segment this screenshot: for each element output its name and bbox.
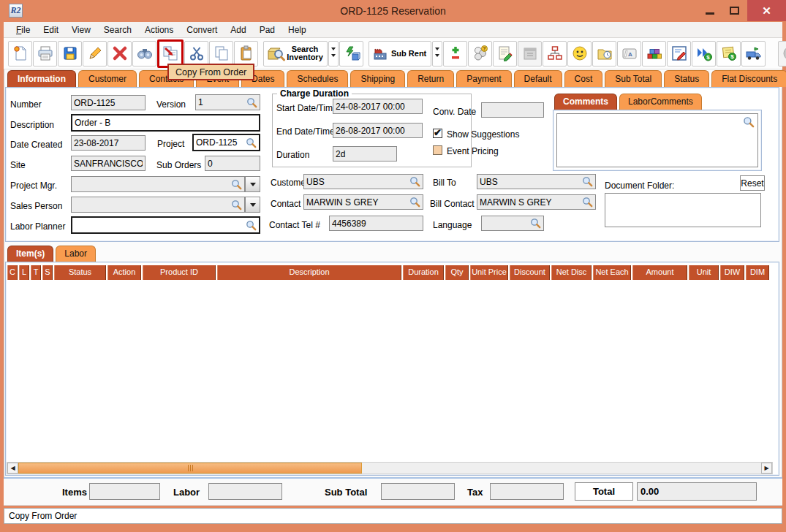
items-table-body[interactable] bbox=[7, 281, 772, 461]
bill-contact-field[interactable]: MARWIN S GREY bbox=[477, 194, 596, 210]
col-t[interactable]: T bbox=[31, 265, 41, 280]
cut-button[interactable] bbox=[184, 41, 208, 66]
title-bar[interactable]: R2 ORD-1125 Reservation ✕ bbox=[0, 0, 786, 22]
col-diw[interactable]: DIW bbox=[720, 265, 744, 280]
tab-cost[interactable]: Cost bbox=[564, 70, 603, 87]
col-qty[interactable]: Qty bbox=[445, 265, 469, 280]
col-unit[interactable]: Unit bbox=[689, 265, 719, 280]
save-button[interactable] bbox=[58, 41, 82, 66]
event-pricing-checkbox[interactable] bbox=[433, 145, 442, 155]
version-field[interactable]: 1 bbox=[195, 94, 260, 110]
description-field[interactable]: Order - B bbox=[71, 114, 260, 132]
bill-to-field[interactable]: UBS bbox=[477, 174, 596, 189]
delete-button[interactable] bbox=[107, 41, 132, 66]
document-folder-box[interactable] bbox=[605, 193, 761, 227]
inventory-cubes-button[interactable] bbox=[642, 41, 666, 66]
sales-person-field[interactable] bbox=[71, 197, 245, 213]
menu-help[interactable]: Help bbox=[281, 23, 313, 37]
sub-rent-options-button[interactable] bbox=[432, 41, 442, 66]
print-button[interactable] bbox=[33, 41, 57, 66]
history-folder-button[interactable] bbox=[592, 41, 616, 66]
find-button[interactable] bbox=[132, 41, 156, 66]
sub-rent-button[interactable]: Sub Rent bbox=[369, 41, 431, 66]
scroll-left-button[interactable]: ◀ bbox=[7, 463, 18, 474]
project-field[interactable]: ORD-1125 bbox=[192, 134, 260, 151]
tab-labor-comments[interactable]: LaborComments bbox=[619, 94, 702, 110]
search-icon[interactable] bbox=[409, 197, 420, 208]
menu-add[interactable]: Add bbox=[224, 23, 252, 37]
search-icon[interactable] bbox=[409, 176, 420, 187]
show-suggestions-checkbox[interactable] bbox=[433, 129, 442, 138]
search-icon[interactable] bbox=[246, 97, 257, 108]
project-mgr-field[interactable] bbox=[71, 176, 245, 192]
col-duration[interactable]: Duration bbox=[403, 265, 444, 280]
comments-textarea[interactable] bbox=[556, 113, 758, 167]
col-net-disc[interactable]: Net Disc bbox=[551, 265, 592, 280]
delivery-button[interactable] bbox=[741, 41, 766, 66]
col-s[interactable]: S bbox=[42, 265, 53, 280]
project-mgr-dropdown-button[interactable] bbox=[245, 176, 260, 192]
search-inventory-options-button[interactable] bbox=[328, 41, 339, 66]
contact-field[interactable]: MARWIN S GREY bbox=[303, 194, 423, 210]
search-icon[interactable] bbox=[246, 137, 257, 148]
shortcut-keys-button[interactable]: A bbox=[617, 41, 641, 66]
catalog-button[interactable] bbox=[339, 41, 363, 66]
col-unit-price[interactable]: Unit Price bbox=[470, 265, 508, 280]
reset-button[interactable]: Reset bbox=[740, 175, 765, 191]
order-notes-button[interactable] bbox=[493, 41, 517, 66]
billing-notes-button[interactable]: $ bbox=[717, 41, 741, 66]
col-c[interactable]: C bbox=[7, 265, 18, 280]
col-l[interactable]: L bbox=[19, 265, 29, 280]
search-icon[interactable] bbox=[743, 116, 755, 128]
new-button[interactable] bbox=[8, 41, 32, 66]
col-status[interactable]: Status bbox=[54, 265, 106, 280]
copy-button[interactable] bbox=[209, 41, 233, 66]
menu-file[interactable]: File bbox=[10, 23, 37, 37]
search-icon[interactable] bbox=[582, 197, 593, 208]
col-amount[interactable]: Amount bbox=[632, 265, 687, 280]
tab-sub-total[interactable]: Sub Total bbox=[605, 70, 662, 87]
availability-button[interactable]: ? bbox=[468, 41, 492, 66]
maximize-button[interactable] bbox=[726, 3, 742, 18]
edit-comments-button[interactable] bbox=[667, 41, 691, 66]
tab-status[interactable]: Status bbox=[664, 70, 709, 87]
add-remove-lines-button[interactable] bbox=[443, 41, 467, 66]
sales-person-dropdown-button[interactable] bbox=[245, 197, 260, 213]
search-icon[interactable] bbox=[530, 218, 541, 229]
tab-labor[interactable]: Labor bbox=[56, 246, 96, 262]
close-button[interactable]: ✕ bbox=[747, 0, 786, 21]
tab-information[interactable]: Information bbox=[7, 70, 76, 87]
col-discount[interactable]: Discount bbox=[510, 265, 550, 280]
search-icon[interactable] bbox=[246, 220, 257, 231]
col-description[interactable]: Description bbox=[217, 265, 401, 280]
tab-comments[interactable]: Comments bbox=[554, 94, 617, 110]
contact-tel-field[interactable]: 4456389 bbox=[329, 216, 423, 231]
tab-default[interactable]: Default bbox=[514, 70, 562, 87]
col-dim[interactable]: DIM bbox=[746, 265, 769, 280]
menu-actions[interactable]: Actions bbox=[138, 23, 180, 37]
forward-invoice-button[interactable]: $ bbox=[692, 41, 716, 66]
menu-view[interactable]: View bbox=[65, 23, 97, 37]
tab-items[interactable]: Item(s) bbox=[7, 246, 53, 262]
tab-customer[interactable]: Customer bbox=[78, 70, 137, 87]
minimize-button[interactable] bbox=[702, 3, 718, 18]
col-net-each[interactable]: Net Each bbox=[593, 265, 631, 280]
items-horizontal-scrollbar[interactable]: ◀ ▶ bbox=[7, 462, 773, 474]
labor-planner-field[interactable] bbox=[71, 216, 260, 234]
tab-return[interactable]: Return bbox=[407, 70, 454, 87]
col-product-id[interactable]: Product ID bbox=[143, 265, 216, 280]
order-tree-button[interactable] bbox=[543, 41, 567, 66]
col-action[interactable]: Action bbox=[107, 265, 141, 280]
paste-button[interactable] bbox=[234, 41, 258, 66]
tab-schedules[interactable]: Schedules bbox=[287, 70, 348, 87]
customer-field[interactable]: UBS bbox=[303, 174, 423, 189]
scroll-right-button[interactable]: ▶ bbox=[761, 463, 772, 474]
search-icon[interactable] bbox=[231, 179, 242, 190]
menu-pad[interactable]: Pad bbox=[253, 23, 281, 37]
scrollbar-thumb[interactable] bbox=[18, 463, 362, 474]
language-field[interactable] bbox=[481, 216, 544, 231]
search-icon[interactable] bbox=[231, 200, 242, 210]
menu-edit[interactable]: Edit bbox=[37, 23, 65, 37]
menu-search[interactable]: Search bbox=[97, 23, 138, 37]
search-inventory-button[interactable]: Search Inventory bbox=[263, 41, 328, 66]
